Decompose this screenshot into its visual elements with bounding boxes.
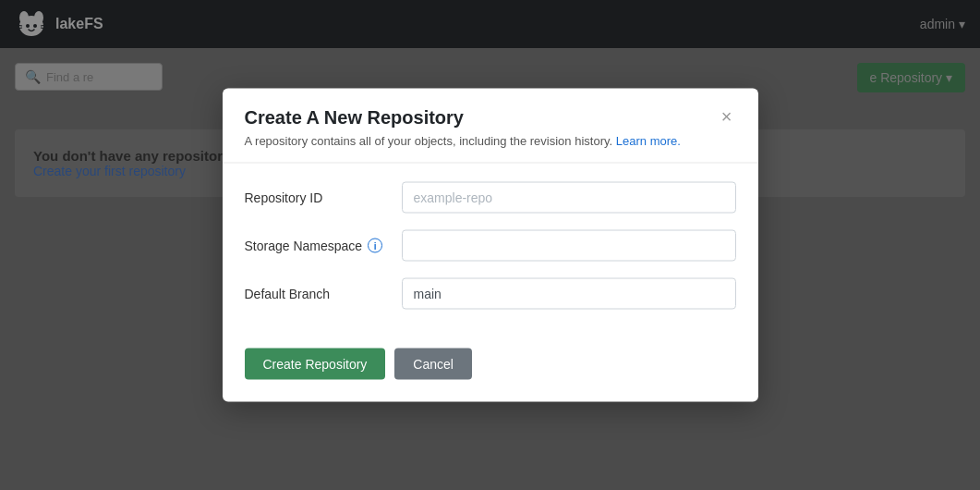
- cancel-button[interactable]: Cancel: [394, 349, 472, 380]
- modal-header-content: Create A New Repository A repository con…: [245, 107, 681, 148]
- learn-more-link[interactable]: Learn more.: [616, 134, 681, 148]
- modal-header: Create A New Repository A repository con…: [223, 89, 758, 164]
- repository-id-label: Repository ID: [245, 190, 402, 205]
- storage-namespace-label: Storage Namespace i: [245, 239, 402, 253]
- modal-subtitle: A repository contains all of your object…: [245, 134, 681, 148]
- default-branch-row: Default Branch: [245, 278, 736, 310]
- create-repository-modal: Create A New Repository A repository con…: [223, 89, 758, 402]
- repository-id-input[interactable]: [402, 182, 736, 214]
- default-branch-input[interactable]: [402, 278, 736, 310]
- create-repository-button[interactable]: Create Repository: [245, 349, 386, 380]
- modal-subtitle-text: A repository contains all of your object…: [245, 134, 613, 148]
- modal-close-button[interactable]: ×: [718, 107, 736, 126]
- modal-title: Create A New Repository: [245, 107, 681, 129]
- modal-footer: Create Repository Cancel: [223, 349, 758, 402]
- storage-namespace-input[interactable]: [402, 230, 736, 262]
- default-branch-label: Default Branch: [245, 287, 402, 301]
- storage-namespace-row: Storage Namespace i: [245, 230, 736, 262]
- storage-namespace-info-icon[interactable]: i: [368, 239, 382, 253]
- repository-id-row: Repository ID: [245, 182, 736, 214]
- modal-body: Repository ID Storage Namespace i Defaul…: [223, 164, 758, 349]
